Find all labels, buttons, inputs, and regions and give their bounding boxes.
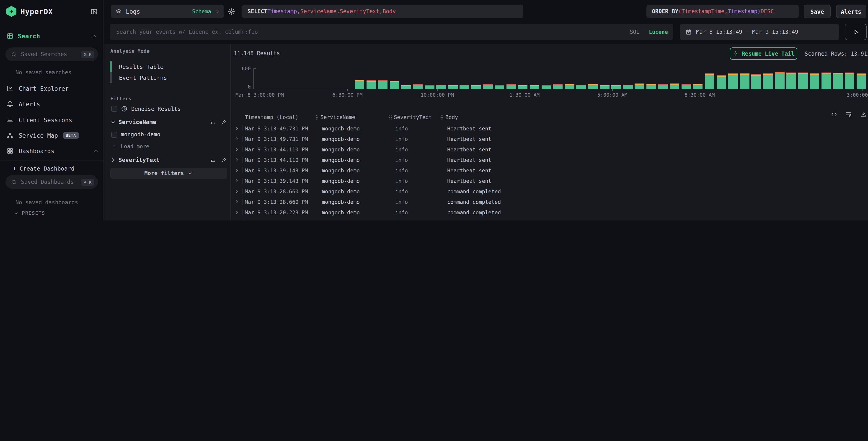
histogram-bar[interactable] [518,85,528,89]
source-selector[interactable]: Logs Schema [111,5,224,18]
toggle-sql[interactable]: SQL [630,29,640,35]
load-more-button[interactable]: Load more [112,143,149,150]
histogram-bar[interactable] [646,84,656,89]
column-header-timestamp[interactable]: Timestamp (Local) [245,114,315,120]
histogram-bar[interactable] [390,81,399,89]
histogram-bar[interactable] [822,72,831,89]
histogram-bar[interactable] [471,85,481,89]
histogram-bar[interactable] [682,84,691,89]
event-search-input[interactable] [115,28,626,36]
pin-icon[interactable] [221,119,227,125]
histogram-bar[interactable] [740,73,749,89]
expand-row-icon[interactable] [234,126,239,131]
histogram-bar[interactable] [658,84,668,89]
alerts-button[interactable]: Alerts [836,5,866,18]
mongodb-demo-checkbox[interactable] [111,131,117,138]
histogram-bar[interactable] [541,85,551,89]
more-filters-button[interactable]: More filters [110,168,227,179]
expand-row-icon[interactable] [234,220,239,220]
histogram-bar[interactable] [810,73,819,89]
table-row[interactable]: Mar 9 3:13:49.731 PMmongodb-demoinfoHear… [233,134,868,144]
bar-chart-icon[interactable] [210,119,216,125]
denoise-checkbox[interactable] [111,106,117,112]
histogram-bar[interactable] [845,72,854,89]
table-row[interactable]: Mar 9 3:13:39.143 PMmongodb-demoinfoHear… [233,176,868,186]
event-search-bar[interactable]: SQL | Lucene [110,24,673,40]
source-settings-gear-icon[interactable] [227,8,235,16]
saved-searches-field[interactable] [20,51,78,58]
histogram-bar[interactable] [366,80,376,89]
table-row[interactable]: Mar 9 3:13:20.223 PMmongodb-demoinfocomm… [233,217,868,220]
expand-row-icon[interactable] [234,210,239,215]
histogram-bar[interactable] [495,85,504,89]
expand-row-icon[interactable] [234,189,239,194]
collapse-sidebar-icon[interactable] [90,7,98,15]
bar-chart-icon[interactable] [210,157,216,163]
histogram-bar[interactable] [600,85,609,89]
presets-toggle[interactable]: PRESETS [14,210,45,216]
table-row[interactable]: Mar 9 3:13:39.143 PMmongodb-demoinfoHear… [233,165,868,176]
histogram-bar[interactable] [786,72,796,89]
histogram-bar[interactable] [436,85,446,89]
mode-results-table[interactable]: Results Table [110,61,227,72]
schema-label[interactable]: Schema [192,8,211,14]
sidebar-item-client-sessions[interactable]: Client Sessions [6,115,99,125]
table-row[interactable]: Mar 9 3:13:49.731 PMmongodb-demoinfoHear… [233,123,868,134]
histogram-bar[interactable] [355,80,364,89]
save-button[interactable]: Save [804,5,831,18]
column-header-severitytext[interactable]: SeverityText [389,114,440,120]
table-row[interactable]: Mar 9 3:13:44.110 PMmongodb-demoinfoHear… [233,144,868,155]
histogram-bar[interactable] [728,73,738,89]
run-query-button[interactable] [845,24,867,40]
histogram-bar[interactable] [506,84,516,89]
expand-row-icon[interactable] [234,157,239,163]
histogram-bar[interactable] [553,84,563,89]
sidebar-item-service-map[interactable]: Service MapBETA [6,130,99,141]
select-query-editor[interactable]: SELECT Timestamp,ServiceName,SeverityTex… [242,5,523,18]
saved-searches-input[interactable]: ⌘ K [5,48,98,61]
histogram-bar[interactable] [611,85,621,89]
table-row[interactable]: Mar 9 3:13:28.660 PMmongodb-demoinfocomm… [233,186,868,197]
histogram-bar[interactable] [425,85,434,89]
histogram-bar[interactable] [775,72,784,89]
sidebar-item-dashboards[interactable]: Dashboards [6,145,99,156]
chevron-up-icon[interactable] [91,33,97,39]
histogram-bar[interactable] [460,85,469,89]
histogram-bar[interactable] [588,84,598,89]
histogram-bar[interactable] [623,85,633,89]
histogram-bar[interactable] [413,84,423,89]
toggle-lucene[interactable]: Lucene [649,29,668,35]
histogram-bar[interactable] [577,85,586,89]
events-histogram[interactable]: Mar 8 3:00:00 PM6:30:00 PM10:00:00 PM1:3… [253,68,868,89]
histogram-bar[interactable] [448,85,458,89]
pin-icon[interactable] [221,157,227,163]
create-dashboard-button[interactable]: + Create Dashboard [13,165,74,172]
resume-live-tail-button[interactable]: Resume Live Tail [730,48,797,60]
histogram-bar[interactable] [670,84,679,89]
expand-row-icon[interactable] [234,199,239,204]
histogram-bar[interactable] [378,80,388,89]
expand-row-icon[interactable] [234,168,239,173]
histogram-bar[interactable] [530,85,539,89]
histogram-bar[interactable] [483,84,493,89]
filter-group-servicename[interactable]: ServiceName [110,119,227,125]
sidebar-item-search[interactable]: Search [6,31,97,41]
date-range-picker[interactable]: Mar 8 15:13:49 - Mar 9 15:13:49 [680,24,839,40]
histogram-bar[interactable] [798,72,808,89]
histogram-bar[interactable] [833,73,843,89]
column-grip-icon[interactable] [315,115,319,120]
table-row[interactable]: Mar 9 3:13:20.223 PMmongodb-demoinfocomm… [233,207,868,217]
column-grip-icon[interactable] [389,115,392,120]
histogram-bar[interactable] [716,75,726,89]
histogram-bar[interactable] [635,84,644,89]
saved-dashboards-input[interactable]: ⌘ K [5,175,98,189]
sidebar-item-alerts[interactable]: Alerts [6,98,99,110]
chevron-up-icon[interactable] [93,148,99,154]
histogram-bar[interactable] [705,74,714,89]
histogram-bar[interactable] [693,84,703,89]
histogram-bar[interactable] [401,85,411,89]
order-by-editor[interactable]: ORDER BY (TimestampTime, Timestamp) DESC [646,5,799,18]
histogram-bar[interactable] [763,74,773,89]
column-header-servicename[interactable]: ServiceName [315,114,389,120]
filter-group-severitytext[interactable]: SeverityText [110,156,227,163]
